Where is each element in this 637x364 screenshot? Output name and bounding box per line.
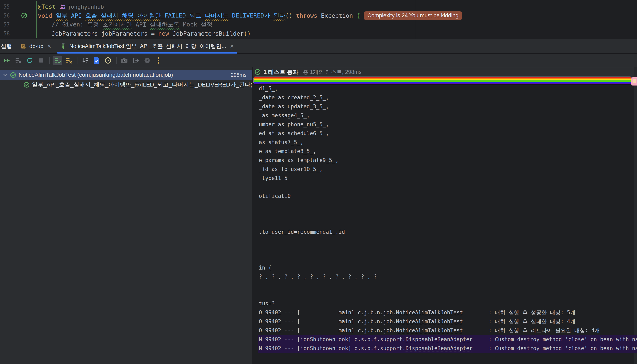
console-log-line: d1_5_,: [258, 84, 637, 93]
console-log-line: [258, 254, 637, 263]
console-text: O 99402 --- [ main] c.j.b.n.job.: [259, 327, 396, 334]
console-text: umber as phone_nu5_5_,: [259, 121, 329, 128]
code-segment: (): [285, 12, 292, 19]
console-text: e_params as template9_5_,: [259, 157, 339, 163]
console-log-line: [258, 210, 637, 218]
console-log-line: as message4_5_,: [258, 111, 637, 120]
close-icon[interactable]: ✕: [47, 43, 51, 49]
test-passed-icon: [254, 68, 261, 75]
console-text: ed_at as schedule6_5_,: [259, 130, 329, 136]
test-passed-gutter-icon[interactable]: [21, 12, 28, 19]
test-suite-label: NoticeAlimTalkJobTest (com.jusunking.bat…: [19, 72, 173, 78]
show-ignored-button[interactable]: [64, 56, 74, 65]
toolbar-separator: [49, 57, 50, 64]
editor-pane: 55@Testjonghyunhub56void 일부_API_호출_실패시_해…: [0, 0, 637, 39]
console-text: .to_user_id=recommenda1_.id: [259, 229, 345, 235]
test-history-button[interactable]: [103, 56, 113, 65]
code-segment: (): [244, 30, 251, 37]
tab-test-label: NoticeAlimTalkJobTest.일부_API_호출_실패시_해당_아…: [69, 42, 226, 50]
code-text: JobParameters jobParameters = new JobPar…: [0, 30, 251, 37]
console-text: : 배치 실행 후 성공한 대상: 5개: [463, 310, 575, 316]
console-text: _id as to_user10_5_,: [259, 166, 323, 172]
console-text: N 99402 --- [ionShutdownHook] o.s.b.f.su…: [259, 345, 406, 352]
logger-class-link[interactable]: NoticeAlimTalkJobTest: [396, 310, 463, 316]
code-segment: JobParametersBuilder: [169, 30, 244, 37]
show-passed-button[interactable]: [53, 56, 62, 65]
console-text: _date as created_2_5_,: [259, 94, 329, 100]
ide-window: 55@Testjonghyunhub56void 일부_API_호출_실패시_해…: [0, 0, 637, 364]
console-log-line: [258, 182, 637, 192]
code-text: void 일부_API_호출_실패시_해당_아이템만_FAILED_되고_나머지…: [0, 12, 462, 20]
console-text: _date as updated_3_5_,: [259, 104, 329, 110]
rerun-failed-tests-button[interactable]: [25, 56, 35, 65]
chevron-down-icon[interactable]: [3, 72, 8, 78]
import-tests-button[interactable]: [92, 56, 102, 65]
console-log-line: O 99402 --- [ main] c.j.b.n.job.NoticeAl…: [258, 326, 637, 335]
test-tree: NoticeAlimTalkJobTest (com.jusunking.bat…: [0, 68, 252, 364]
code-segment: throws: [296, 12, 317, 19]
console-log-line: e_params as template9_5_,: [258, 156, 637, 165]
toolbar-separator: [116, 57, 117, 64]
console-log-line: as status7_5_,: [258, 138, 637, 147]
run-toolbar: [0, 54, 637, 68]
stop-button[interactable]: [36, 56, 46, 65]
console-log-line: [258, 200, 637, 210]
console-pane: 1 테스트 통과 총 1개의 테스트, 298ms d1_5_,_date as…: [253, 68, 637, 364]
more-options-button[interactable]: [154, 56, 163, 65]
test-passed-icon: [23, 82, 30, 88]
rerun-tests-button[interactable]: [2, 56, 12, 65]
console-text: e as template8_5_,: [259, 148, 316, 154]
console-log-line: [258, 218, 637, 228]
code-segment: void: [38, 12, 52, 19]
toolwindow-title: 실행: [1, 42, 16, 50]
line-number: 55: [0, 4, 10, 10]
console-log-line: umber as phone_nu5_5_,: [258, 120, 637, 129]
export-results-button[interactable]: [131, 56, 141, 65]
hide-passed-button[interactable]: [14, 56, 23, 65]
toolbar-separator: [77, 57, 77, 64]
code-segment: _FAILED_되고_: [161, 12, 205, 20]
console-text: type11_5_: [259, 175, 291, 181]
code-line-55: 55@Testjonghyunhub: [0, 2, 637, 11]
console-text: ? , ? , ? , ? , ? , ? , ? , ? , ? , ?: [259, 274, 377, 280]
code-text: // Given: 특정 조건에서만 API 실패하도록 Mock 설정: [0, 20, 212, 29]
console-text: : 배치 실행 후 실패한 대상: 4개: [463, 318, 575, 324]
code-segment: 실패하도록: [150, 20, 179, 29]
test-passed-icon: [10, 72, 17, 78]
console-log-line: in (: [258, 263, 637, 272]
code-segment: _API_: [68, 12, 85, 19]
console-text: : Custom destroy method 'close' on bean …: [473, 336, 637, 342]
console-log-line: tus=?: [258, 299, 637, 308]
console-log-line: O 99402 --- [ main] c.j.b.n.job.NoticeAl…: [258, 317, 637, 326]
logger-class-link[interactable]: NoticeAlimTalkJobTest: [396, 327, 463, 334]
test-tube-icon: [60, 43, 67, 49]
screenshot-button[interactable]: [119, 56, 129, 65]
console-log-line: [258, 281, 637, 290]
code-segment: 된다: [273, 12, 285, 20]
coverage-button[interactable]: [142, 56, 152, 65]
tab-notice-alimtalk-test[interactable]: NoticeAlimTalkJobTest.일부_API_호출_실패시_해당_아…: [56, 39, 239, 53]
logger-class-link[interactable]: DisposableBeanAdapter: [406, 345, 473, 352]
logger-class-link[interactable]: DisposableBeanAdapter: [406, 336, 473, 342]
logger-class-link[interactable]: NoticeAlimTalkJobTest: [396, 318, 463, 324]
test-case-label: 일부_API_호출_실패시_해당_아이템만_FAILED_되고_나머지는_DEL…: [32, 81, 254, 88]
tab-db-up-label: db-up: [29, 43, 43, 50]
test-duration: 298ms: [231, 72, 246, 78]
test-case-row[interactable]: 일부_API_호출_실패시_해당_아이템만_FAILED_되고_나머지는_DEL…: [0, 80, 273, 90]
code-segment: 나머지는: [205, 12, 228, 20]
sort-tests-button[interactable]: [80, 56, 90, 65]
code-line-57: 57// Given: 특정 조건에서만 API 실패하도록 Mock 설정: [0, 20, 637, 29]
active-tab-underline: [57, 52, 237, 54]
console-log-line: _id as to_user10_5_,: [258, 165, 637, 174]
tab-db-up[interactable]: db-up ✕: [16, 39, 56, 53]
console-log-line: ? , ? , ? , ? , ? , ? , ? , ? , ? , ?: [258, 272, 637, 281]
console-log-line: O 99402 --- [ main] c.j.b.n.job.NoticeAl…: [258, 308, 637, 317]
console-text: tus=?: [259, 300, 275, 306]
code-line-58: 58JobParameters jobParameters = new JobP…: [0, 29, 637, 38]
test-suite-row[interactable]: NoticeAlimTalkJobTest (com.jusunking.bat…: [0, 70, 252, 80]
close-icon[interactable]: ✕: [230, 43, 234, 49]
test-result-header: 1 테스트 통과 총 1개의 테스트, 298ms: [253, 68, 637, 76]
console-text: N 99402 --- [ionShutdownHook] o.s.b.f.su…: [259, 336, 406, 342]
code-segment: new: [158, 30, 169, 37]
code-segment: 조건에서만: [103, 20, 132, 29]
